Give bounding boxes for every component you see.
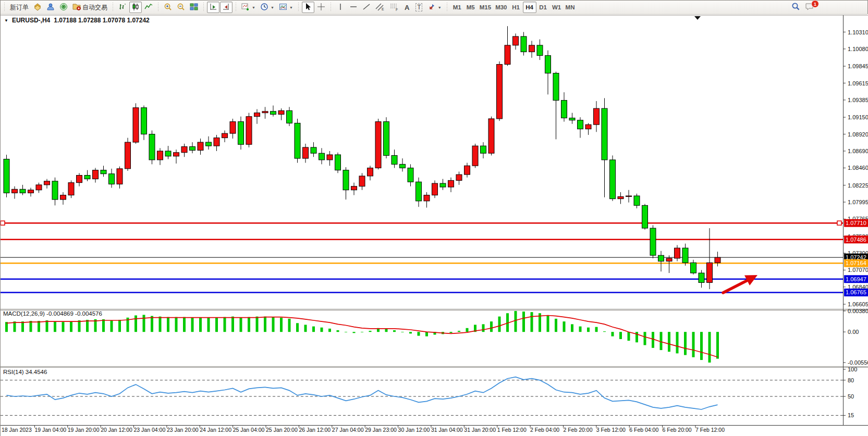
text-label-button[interactable]: T <box>413 2 425 13</box>
text-label-icon: T <box>415 3 422 11</box>
svg-text:30 Jan 12:00: 30 Jan 12:00 <box>398 427 430 433</box>
symbol-period-label: EURUSD-,H4 <box>12 17 50 24</box>
line-handle[interactable] <box>837 221 841 225</box>
timeframe-button-mn[interactable]: MN <box>564 2 577 13</box>
macd-bar <box>256 317 259 332</box>
candle-body <box>585 124 591 129</box>
macd-bar <box>531 312 533 332</box>
line-handle[interactable] <box>1 221 5 225</box>
line-chart-button[interactable] <box>142 2 155 13</box>
timeframe-button-h1[interactable]: H1 <box>509 2 523 13</box>
vertical-line-button[interactable] <box>334 2 347 13</box>
tile-windows-icon <box>190 3 198 13</box>
macd-bar <box>668 332 670 352</box>
macd-bar <box>361 332 363 332</box>
candle-body <box>351 186 357 190</box>
new-order-label: 新订单 <box>10 3 29 12</box>
bar-chart-button[interactable] <box>116 2 129 13</box>
svg-text:6 Feb 20:00: 6 Feb 20:00 <box>663 427 692 433</box>
macd-bar <box>708 332 711 363</box>
candle-body <box>521 36 527 52</box>
auto-trading-icon <box>72 3 81 13</box>
candle-body <box>36 185 42 190</box>
timeframe-button-m1[interactable]: M1 <box>450 2 464 13</box>
candle-body <box>553 73 559 100</box>
macd-bar <box>38 321 40 332</box>
add-indicator-button[interactable]: ▼ <box>239 2 258 13</box>
chart-canvas[interactable]: 1.103101.100801.098451.096151.093851.091… <box>1 1 868 436</box>
search-button[interactable] <box>789 2 802 13</box>
equidistant-channel-button[interactable]: E <box>373 2 387 13</box>
chevron-down-icon: ▼ <box>271 6 274 9</box>
toolbar-separator <box>235 3 237 12</box>
timeframe-button-m5[interactable]: M5 <box>464 2 478 13</box>
svg-text:24 Jan 12:00: 24 Jan 12:00 <box>200 427 231 433</box>
timeframe-button-m15[interactable]: M15 <box>478 2 493 13</box>
svg-text:31 Jan 04:00: 31 Jan 04:00 <box>431 427 463 433</box>
toolbar-grip[interactable] <box>3 3 6 12</box>
candle-body <box>488 119 494 153</box>
candle-body <box>448 180 454 187</box>
arrows-button[interactable]: ▼ <box>425 2 444 13</box>
candle-body <box>93 170 99 179</box>
macd-bar <box>644 332 646 345</box>
timeframe-button-w1[interactable]: W1 <box>550 2 564 13</box>
svg-text:1.07995: 1.07995 <box>848 199 868 205</box>
fibonacci-button[interactable]: F <box>387 2 401 13</box>
macd-bar <box>280 318 283 332</box>
candle-body <box>52 181 58 200</box>
chat-button[interactable]: 1 <box>803 2 816 13</box>
zoom-in-button[interactable] <box>162 2 174 13</box>
cursor-button[interactable] <box>302 2 314 13</box>
timeframe-button-m30[interactable]: M30 <box>493 2 509 13</box>
new-order-button[interactable]: 新订单 <box>8 2 31 13</box>
candle-body <box>691 263 696 273</box>
candle-body <box>634 196 640 205</box>
macd-bar <box>215 318 218 332</box>
news-button[interactable] <box>57 2 70 13</box>
collapse-triangle-icon[interactable]: ▼ <box>4 18 8 23</box>
auto-scroll-button[interactable] <box>207 2 219 13</box>
macd-bar <box>450 332 453 333</box>
macd-bar <box>199 318 202 332</box>
macd-bar <box>716 332 719 358</box>
time-axis[interactable]: 18 Jan 202319 Jan 04:0019 Jan 20:0020 Ja… <box>2 425 725 433</box>
horizontal-line-button[interactable] <box>347 2 360 13</box>
vertical-line-icon <box>336 3 345 13</box>
svg-text:1.09615: 1.09615 <box>848 80 868 86</box>
candle-body <box>4 159 9 193</box>
candlestick-chart-button[interactable] <box>129 2 142 13</box>
chart-title: ▼ EURUSD-,H4 1.07188 1.07288 1.07078 1.0… <box>4 17 150 24</box>
candle-body <box>715 257 720 263</box>
macd-bar <box>628 332 630 341</box>
macd-bar <box>684 332 687 355</box>
candle-body <box>157 151 163 160</box>
svg-text:19 Jan 20:00: 19 Jan 20:00 <box>68 427 100 433</box>
macd-bar <box>296 323 299 332</box>
chart-shift-button[interactable] <box>220 2 233 13</box>
timeframe-button-h4[interactable]: H4 <box>523 2 536 13</box>
candlestick-chart-icon <box>131 3 140 13</box>
macd-bar <box>328 329 331 332</box>
candle-body <box>109 174 115 184</box>
macd-bar <box>240 318 242 332</box>
auto-trading-button[interactable]: 自动交易 <box>70 2 109 13</box>
history-button[interactable] <box>31 2 44 13</box>
candle-body <box>77 176 82 183</box>
crosshair-button[interactable] <box>315 2 327 13</box>
candle-body <box>125 142 131 169</box>
candle-body <box>642 205 648 228</box>
template-button[interactable]: ▼ <box>277 2 295 13</box>
trendline-button[interactable] <box>360 2 373 13</box>
macd-bar <box>595 327 598 332</box>
fibonacci-icon: F <box>389 3 399 13</box>
community-button[interactable] <box>44 2 57 13</box>
macd-bar <box>579 327 582 332</box>
tile-windows-button[interactable] <box>188 2 200 13</box>
history-icon <box>33 3 42 13</box>
periods-button[interactable]: ▼ <box>258 2 276 13</box>
text-button[interactable]: A <box>401 2 413 13</box>
candle-body <box>440 183 446 187</box>
zoom-out-button[interactable] <box>175 2 187 13</box>
timeframe-button-d1[interactable]: D1 <box>536 2 550 13</box>
